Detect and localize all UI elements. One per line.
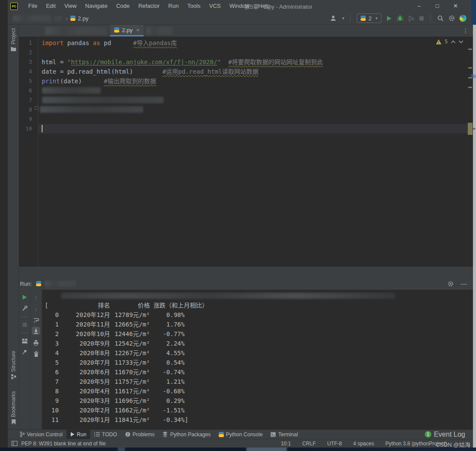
sidebar-item-project[interactable]: Project: [8, 28, 19, 51]
warning-stripe-mark[interactable]: [468, 49, 472, 50]
up-stack-trace-icon[interactable]: ↑: [35, 294, 38, 301]
desktop-taskbar-strip: [0, 448, 476, 451]
toolwindow-todo[interactable]: TODO: [90, 430, 121, 439]
error-stripe-scrollbar[interactable]: [467, 37, 473, 267]
code-line-5: print(date) #输出爬取到的数据: [42, 76, 156, 86]
console-row: 62020年6月11670元/m²-0.74%: [44, 367, 473, 377]
stop-button[interactable]: [419, 16, 424, 21]
warning-count: 5: [445, 39, 448, 45]
user-dropdown-icon[interactable]: ▾: [342, 16, 345, 20]
packages-icon: [162, 431, 168, 437]
close-tab-icon[interactable]: ✕: [136, 28, 140, 33]
restore-layout-icon[interactable]: [22, 338, 28, 344]
sidebar-item-bookmarks[interactable]: Bookmarks: [8, 391, 19, 425]
menu-tools[interactable]: Tools: [183, 0, 205, 12]
menu-view[interactable]: View: [60, 0, 81, 12]
code-area: import pandas as pd #导入pandas库 html = "h…: [39, 37, 467, 267]
code-line-4: date = pd.read_html(html) #运用pd.read_htm…: [42, 67, 259, 76]
inspections-widget[interactable]: 5: [436, 39, 463, 45]
print-icon[interactable]: [33, 340, 39, 346]
tab-2py[interactable]: 2.py ✕: [110, 25, 144, 36]
menu-run[interactable]: Run: [164, 0, 183, 12]
run-configuration-name: 2: [368, 15, 371, 22]
run-configuration-select[interactable]: 2 ▾: [357, 13, 381, 23]
prev-problem-chevron-icon[interactable]: [451, 40, 456, 43]
close-icon[interactable]: ✕: [446, 0, 465, 12]
indent-style[interactable]: 4 spaces: [353, 441, 374, 447]
status-message[interactable]: PEP 8: W391 blank line at end of file: [21, 441, 106, 447]
menu-vcs[interactable]: VCS: [205, 0, 225, 12]
sidebar-item-structure[interactable]: Structure: [8, 351, 19, 379]
clear-all-trash-icon[interactable]: [33, 351, 39, 357]
pycharm-logo-icon: PC: [10, 3, 18, 10]
toolwindow-run[interactable]: Run: [66, 430, 90, 439]
code-fold-marker[interactable]: [35, 106, 38, 110]
desktop-background-strip: [0, 0, 8, 451]
caret-position[interactable]: 10:1: [281, 441, 291, 447]
menu-navigate[interactable]: Navigate: [81, 0, 112, 12]
code-editor[interactable]: 1 2 3 4 5 6 7 8 9 10 import pandas as pd…: [19, 37, 473, 267]
tab-label: 2.py: [122, 27, 133, 33]
toolwindow-python-console[interactable]: Python Console: [215, 430, 267, 439]
debug-button[interactable]: [397, 15, 404, 22]
run-settings-gear-icon[interactable]: [447, 281, 454, 287]
background-window-sliver-top: [471, 0, 476, 25]
col-header-change: 涨跌（和上月相比）: [153, 301, 208, 310]
scroll-to-end-button[interactable]: [32, 327, 40, 335]
tab-options-kebab-icon[interactable]: ⋮: [463, 27, 469, 34]
soft-wrap-icon[interactable]: [33, 317, 39, 323]
col-header-rank: 排名: [62, 301, 110, 310]
line-number: 5: [19, 76, 38, 86]
rerun-button[interactable]: [22, 294, 27, 300]
line-separator[interactable]: CRLF: [302, 441, 316, 447]
redacted-command-line: [61, 293, 395, 299]
branch-icon: [20, 431, 25, 437]
menu-edit[interactable]: Edit: [42, 0, 60, 12]
toolwindow-label: Python Console: [226, 431, 263, 438]
tool-window-toggle-icon[interactable]: [11, 440, 18, 447]
pycharm-window: { "window": { "app_icon_text": "PC", "ti…: [0, 0, 476, 451]
toolwindow-version-control[interactable]: Version Control: [16, 430, 66, 439]
console-row: 112020年1月11841元/m²-0.34%]: [44, 415, 473, 425]
code-line-1: import pandas as pd #导入pandas库: [42, 38, 177, 48]
run-button[interactable]: [386, 15, 392, 22]
python-file-icon: [70, 16, 76, 21]
down-stack-trace-icon[interactable]: ↓: [35, 306, 38, 312]
run-controls-toolbar: [19, 289, 30, 429]
user-account-icon[interactable]: [330, 15, 337, 22]
edit-configuration-wrench-icon[interactable]: [22, 305, 28, 311]
menu-code[interactable]: Code: [112, 0, 134, 12]
next-problem-chevron-icon[interactable]: [459, 40, 463, 43]
toolwindow-problems[interactable]: Problems: [121, 430, 159, 439]
col-header-price: 价格: [114, 301, 150, 310]
config-dropdown-icon: ▾: [375, 16, 378, 20]
toolbar-divider: [21, 333, 28, 333]
run-console-output[interactable]: [ 排名 价格 涨跌（和上月相比） 02020年12月12789元/m²0.98…: [42, 290, 473, 429]
run-with-coverage-button[interactable]: [408, 15, 414, 22]
breadcrumb-file[interactable]: 2.py: [78, 15, 89, 22]
console-row: 72020年5月11757元/m²1.21%: [44, 377, 473, 386]
ide-features-trainer-icon[interactable]: [460, 15, 466, 22]
search-everywhere-icon[interactable]: [437, 15, 444, 22]
redacted-project-name: [13, 15, 51, 22]
scrollbar-thumb[interactable]: [468, 123, 473, 135]
console-row: 12020年11月12665元/m²1.76%: [44, 320, 473, 329]
toolwindow-python-packages[interactable]: Python Packages: [158, 430, 214, 439]
console-row: 32020年9月12542元/m²2.24%: [44, 339, 473, 348]
maximize-icon[interactable]: □: [428, 0, 446, 12]
warning-stripe-mark[interactable]: [468, 87, 472, 88]
menu-file[interactable]: File: [24, 0, 42, 12]
toolwindow-terminal[interactable]: Terminal: [266, 430, 302, 439]
hide-panel-icon[interactable]: —: [461, 280, 467, 287]
line-number: 9: [19, 114, 38, 124]
warning-stripe-mark[interactable]: [468, 67, 472, 69]
console-toolbar: ↑ ↓: [30, 289, 42, 429]
pin-tab-icon[interactable]: [22, 349, 27, 355]
menu-refactor[interactable]: Refactor: [134, 0, 164, 12]
file-encoding[interactable]: UTF-8: [327, 441, 342, 447]
minimize-icon[interactable]: –: [410, 0, 428, 12]
event-log-button[interactable]: 1 Event Log: [425, 431, 465, 438]
stop-process-button[interactable]: [22, 322, 27, 327]
settings-gear-icon[interactable]: [448, 15, 455, 22]
python-interpreter[interactable]: Python 3.8 (pythonProject): [385, 441, 447, 447]
